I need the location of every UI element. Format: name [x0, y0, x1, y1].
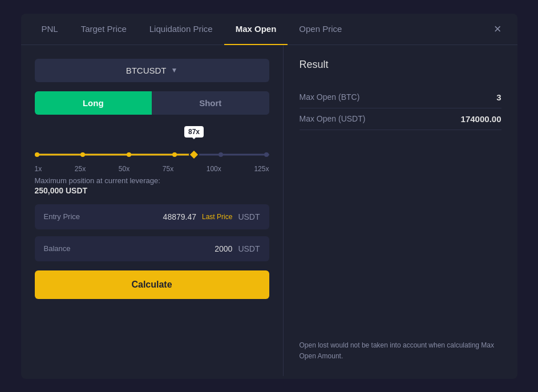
entry-price-group: Entry Price 48879.47 Last Price USDT [35, 204, 269, 229]
max-position-value: 250,000 USDT [35, 186, 269, 195]
close-button[interactable]: × [487, 18, 508, 40]
max-open-usdt-value: 174000.00 [461, 114, 501, 124]
balance-value: 2000 [215, 244, 232, 253]
max-open-usdt-label: Max Open (USDT) [300, 114, 366, 123]
leverage-tooltip: 87x [184, 126, 204, 138]
leverage-slider[interactable] [35, 149, 269, 160]
leverage-container: 87x 1x 25x [35, 126, 269, 195]
left-panel: BTCUSDT ▼ Long Short 87x [21, 45, 284, 376]
tick-125x [264, 152, 269, 157]
max-open-btc-label: Max Open (BTC) [300, 92, 360, 102]
slider-thumb[interactable] [188, 149, 200, 160]
slider-labels: 1x 25x 50x 75x 100x 125x [35, 165, 269, 173]
result-row-btc: Max Open (BTC) 3 [300, 87, 501, 108]
right-panel: Result Max Open (BTC) 3 Max Open (USDT) … [284, 45, 517, 376]
tick-100x [219, 152, 223, 157]
disclaimer-text: Open lost would not be taken into accoun… [300, 329, 501, 362]
entry-price-label: Entry Price [44, 212, 80, 221]
tab-open-price[interactable]: Open Price [288, 14, 353, 45]
tick-1x [35, 152, 39, 157]
balance-right: 2000 USDT [215, 244, 260, 253]
modal-content: BTCUSDT ▼ Long Short 87x [21, 45, 517, 376]
tick-50x [127, 152, 131, 157]
entry-price-right: 48879.47 Last Price USDT [163, 212, 260, 221]
label-50x: 50x [119, 165, 130, 173]
entry-price-value: 48879.47 [163, 212, 196, 221]
entry-price-unit: USDT [238, 212, 260, 221]
tick-25x [80, 152, 85, 157]
max-open-btc-value: 3 [496, 92, 501, 102]
symbol-value: BTCUSDT [126, 66, 167, 75]
symbol-arrow-icon: ▼ [171, 66, 177, 74]
tab-max-open[interactable]: Max Open [224, 14, 288, 45]
label-75x: 75x [163, 165, 173, 173]
balance-group: Balance 2000 USDT [35, 236, 269, 261]
calculate-button[interactable]: Calculate [35, 270, 269, 299]
label-1x: 1x [35, 165, 42, 173]
result-row-usdt: Max Open (USDT) 174000.00 [300, 108, 501, 130]
tab-liquidation-price[interactable]: Liquidation Price [138, 14, 224, 45]
last-price-badge: Last Price [202, 213, 232, 221]
label-100x: 100x [207, 165, 221, 173]
label-125x: 125x [254, 165, 269, 173]
direction-toggle: Long Short [35, 91, 269, 115]
tick-75x [172, 152, 177, 157]
balance-label: Balance [44, 244, 71, 253]
tab-pnl[interactable]: PNL [30, 14, 70, 45]
label-25x: 25x [75, 165, 86, 173]
result-title: Result [300, 59, 501, 71]
long-button[interactable]: Long [35, 91, 152, 115]
tick-marks [35, 152, 269, 157]
tab-target-price[interactable]: Target Price [70, 14, 138, 45]
symbol-selector[interactable]: BTCUSDT ▼ [35, 59, 269, 82]
leverage-description: Maximum position at current leverage: [35, 176, 269, 185]
balance-unit: USDT [238, 244, 260, 253]
short-button[interactable]: Short [152, 91, 269, 115]
tab-bar: PNL Target Price Liquidation Price Max O… [21, 14, 517, 45]
calculator-modal: PNL Target Price Liquidation Price Max O… [21, 14, 517, 379]
